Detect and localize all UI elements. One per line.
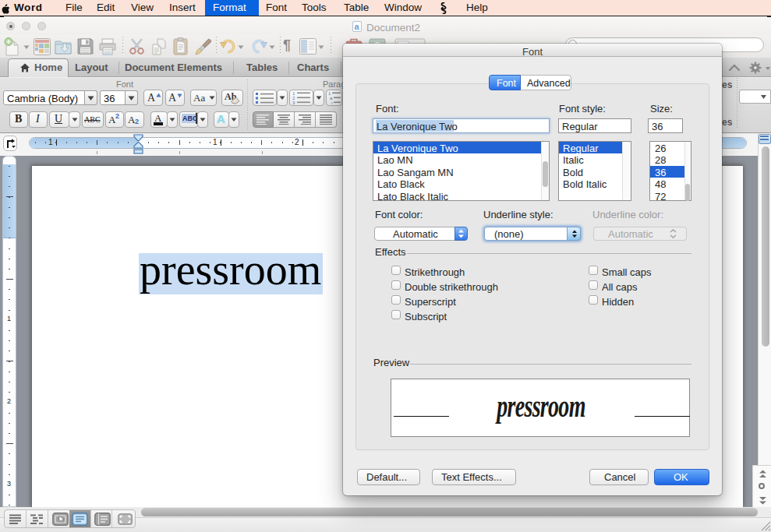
svg-text:i: i: [331, 100, 332, 105]
svg-text:3: 3: [292, 100, 295, 105]
